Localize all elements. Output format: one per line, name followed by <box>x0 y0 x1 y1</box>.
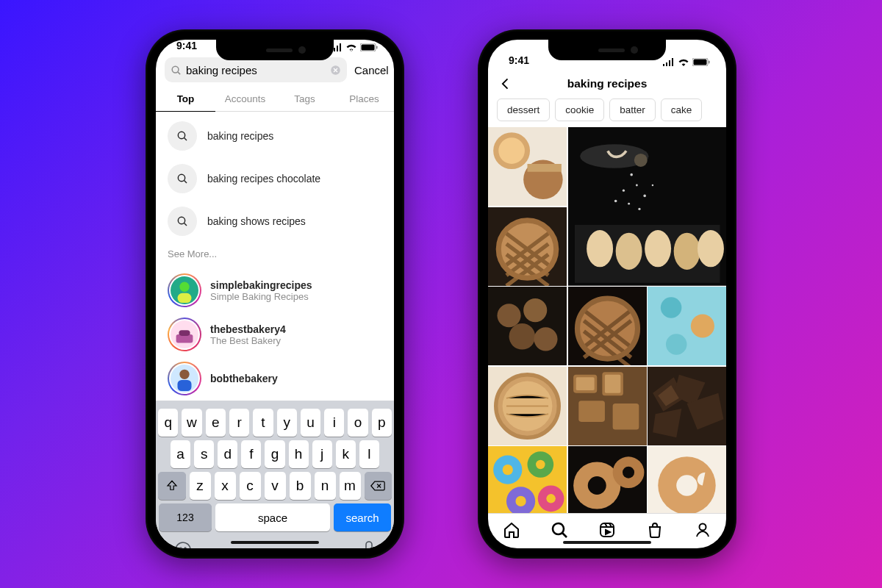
account-row[interactable]: simplebakingrecipes Simple Baking Recipe… <box>156 268 394 312</box>
grid-item[interactable] <box>568 446 647 513</box>
grid-item[interactable] <box>488 207 567 286</box>
chip-dessert[interactable]: dessert <box>497 98 550 121</box>
search-input[interactable] <box>186 64 326 76</box>
key-123[interactable]: 123 <box>159 503 212 531</box>
svg-rect-14 <box>178 293 192 303</box>
battery-icon <box>360 43 378 51</box>
key-l[interactable]: l <box>359 440 379 468</box>
grid-item[interactable] <box>648 446 726 513</box>
key-p[interactable]: p <box>372 409 392 437</box>
svg-line-11 <box>184 223 187 226</box>
key-f[interactable]: f <box>241 440 261 468</box>
tab-tags[interactable]: Tags <box>275 87 334 111</box>
svg-line-7 <box>184 138 187 140</box>
key-shift[interactable] <box>158 472 186 500</box>
account-row[interactable]: bobthebakery <box>156 356 394 401</box>
key-m[interactable]: m <box>340 472 361 500</box>
svg-point-47 <box>673 233 700 270</box>
key-s[interactable]: s <box>194 440 214 468</box>
key-w[interactable]: w <box>182 409 201 437</box>
chip-cake[interactable]: cake <box>661 98 703 121</box>
grid-item[interactable] <box>568 287 647 365</box>
mic-icon[interactable] <box>362 541 376 548</box>
svg-point-42 <box>638 208 640 210</box>
key-x[interactable]: x <box>215 472 236 500</box>
home-indicator[interactable] <box>563 541 651 544</box>
suggestion-row[interactable]: baking recipes chocolate <box>156 157 394 200</box>
suggestion-label: baking recipes chocolate <box>207 173 320 184</box>
key-k[interactable]: k <box>336 440 356 468</box>
grid-item[interactable] <box>568 367 647 445</box>
key-h[interactable]: h <box>289 440 309 468</box>
key-space[interactable]: space <box>215 503 330 531</box>
tab-accounts[interactable]: Accounts <box>215 87 275 111</box>
svg-point-10 <box>178 217 184 223</box>
key-e[interactable]: e <box>206 409 226 437</box>
home-indicator[interactable] <box>231 541 319 544</box>
svg-point-55 <box>509 323 536 350</box>
svg-rect-72 <box>612 403 639 429</box>
key-backspace[interactable] <box>365 472 392 500</box>
tab-top[interactable]: Top <box>156 87 215 112</box>
key-c[interactable]: c <box>240 472 261 500</box>
account-name: Simple Baking Recipes <box>210 291 312 302</box>
shift-icon <box>165 479 179 492</box>
svg-point-8 <box>178 174 184 181</box>
key-o[interactable]: o <box>348 409 368 437</box>
svg-point-97 <box>676 475 698 496</box>
key-q[interactable]: q <box>158 409 178 437</box>
nav-home[interactable] <box>503 521 520 539</box>
svg-point-56 <box>534 327 557 351</box>
key-j[interactable]: j <box>312 440 332 468</box>
key-b[interactable]: b <box>290 472 311 500</box>
grid-item[interactable] <box>488 287 567 365</box>
search-field[interactable] <box>165 57 347 82</box>
svg-point-94 <box>623 467 634 478</box>
chip-batter[interactable]: batter <box>609 98 656 121</box>
key-v[interactable]: v <box>265 472 286 500</box>
key-d[interactable]: d <box>218 440 237 468</box>
suggestion-row[interactable]: baking shows recipes <box>156 200 394 243</box>
key-z[interactable]: z <box>190 472 211 500</box>
account-row[interactable]: thebestbakery4 The Best Bakery <box>156 312 394 356</box>
see-more-link[interactable]: See More... <box>156 243 394 268</box>
key-u[interactable]: u <box>301 409 320 437</box>
key-r[interactable]: r <box>229 409 249 437</box>
suggestion-row[interactable]: baking recipes <box>156 115 394 157</box>
avatar <box>168 362 201 395</box>
back-icon[interactable] <box>498 76 513 91</box>
key-t[interactable]: t <box>253 409 273 437</box>
key-n[interactable]: n <box>315 472 336 500</box>
grid-item[interactable] <box>648 287 726 365</box>
magnifier-icon <box>168 121 197 151</box>
nav-reels[interactable] <box>598 521 616 539</box>
tab-places[interactable]: Places <box>334 87 394 111</box>
notch <box>548 40 666 60</box>
page-title: baking recipes <box>567 77 648 90</box>
nav-search[interactable] <box>551 521 568 539</box>
grid-item[interactable] <box>488 127 567 206</box>
grid-item-hero[interactable] <box>568 127 727 286</box>
status-time: 9:41 <box>509 54 529 66</box>
cancel-button[interactable]: Cancel <box>354 64 389 76</box>
chip-cookie[interactable]: cookie <box>555 98 604 121</box>
search-icon <box>171 65 182 76</box>
key-a[interactable]: a <box>171 440 190 468</box>
nav-profile[interactable] <box>694 521 711 539</box>
key-search[interactable]: search <box>334 503 391 531</box>
svg-point-53 <box>497 304 520 327</box>
key-i[interactable]: i <box>324 409 344 437</box>
key-g[interactable]: g <box>265 440 284 468</box>
svg-point-37 <box>622 190 624 192</box>
grid-item[interactable] <box>648 367 726 445</box>
key-y[interactable]: y <box>277 409 297 437</box>
grid-item[interactable] <box>488 446 567 513</box>
clear-icon[interactable] <box>330 65 341 76</box>
svg-point-46 <box>645 230 671 267</box>
svg-point-98 <box>553 523 564 534</box>
emoji-icon[interactable] <box>174 541 192 548</box>
backspace-icon <box>370 480 385 492</box>
nav-shop[interactable] <box>646 521 664 539</box>
grid-item[interactable] <box>488 367 567 445</box>
svg-point-85 <box>536 460 545 469</box>
